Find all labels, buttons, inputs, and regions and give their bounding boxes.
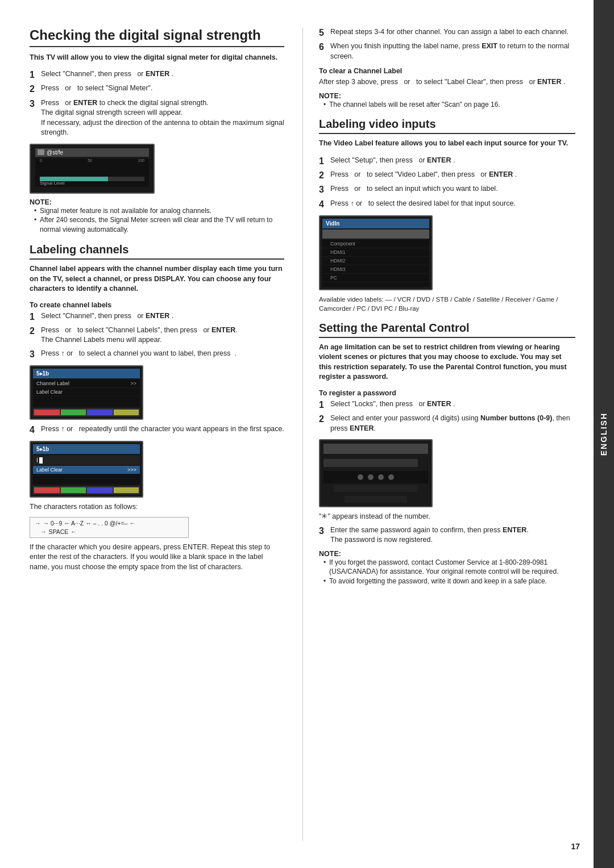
left-column: Checking the digital signal strength Thi…	[30, 27, 302, 841]
note-item: After 240 seconds, the Signal Meter scre…	[34, 215, 284, 235]
step-number: 1	[319, 399, 327, 410]
tv-video-row: HDMI2	[322, 257, 429, 265]
section1-steps: 1 Select "Channel", then press or ENTER …	[30, 69, 284, 137]
tv-label-input: I	[33, 456, 140, 465]
char-line-1: → → 0···9 ↔ A···Z ↔ – . . 0 @/+=– ←	[35, 520, 184, 527]
step-item: 3 Press or ENTER to check the digital si…	[30, 98, 284, 138]
step-text: When you finish inputting the label name…	[330, 41, 575, 61]
tv-btn-blue	[87, 487, 113, 493]
password-screen	[319, 439, 433, 507]
step-number: 3	[30, 349, 38, 360]
tv-video-row: HDMI1	[322, 248, 429, 256]
step-number: 3	[319, 184, 327, 195]
page-number: 17	[571, 842, 580, 851]
tv-title-bar: @st/fe	[35, 148, 149, 157]
note-list-password: If you forget the password, contact Cust…	[319, 558, 575, 586]
arrow-left-space: ←	[70, 528, 77, 535]
step-number: 2	[319, 170, 327, 181]
step-item: 4 Press ↑ or to select the desired label…	[319, 199, 575, 210]
note-item: The channel labels will be reset after "…	[323, 100, 575, 110]
create-labels-steps: 1 Select "Channel", then press or ENTER …	[30, 311, 284, 360]
note-list-clear: The channel labels will be reset after "…	[319, 100, 575, 110]
step-text: Repeat steps 3-4 for other channel. You …	[330, 27, 569, 37]
section4-title: Setting the Parental Control	[319, 321, 575, 338]
tv-menu-header: 5▸1b	[33, 369, 140, 378]
tv-menu-row: Channel Label >>	[33, 379, 140, 387]
step-number: 4	[319, 199, 327, 210]
tv-spacer	[33, 397, 140, 407]
pass-dot	[378, 474, 384, 480]
step-number: 2	[30, 326, 38, 336]
label-input-screen: 5▸1b I Label Clear >>>	[30, 441, 143, 498]
section3-intro: The Video Label feature allows you to la…	[319, 139, 575, 149]
char-rotation-desc-pre: The characters rotation as follows:	[30, 502, 284, 512]
tv-signal-area: 050100 Signal Level	[35, 158, 149, 187]
label-arrow: >>>	[127, 467, 136, 473]
section3-title: Labeling video inputs	[319, 117, 575, 134]
tv-label-header: 5▸1b	[33, 444, 140, 454]
step-item: 5 Repeat steps 3-4 for other channel. Yo…	[319, 27, 575, 38]
step-item: 2 Press or to select "Signal Meter".	[30, 84, 284, 94]
step-text: Select "Channel", then press or ENTER .	[41, 311, 173, 322]
step-number: 2	[319, 414, 327, 424]
note-list: Signal meter feature is not available fo…	[30, 206, 284, 235]
char-sequence: → 0···9 ↔ A···Z ↔ – . . 0 @/+=– ←	[43, 520, 135, 527]
tv-video-row: PC	[322, 274, 429, 282]
note-title-clear: NOTE:	[319, 92, 575, 100]
tv-btn-green	[61, 410, 86, 415]
tv-bottom-bar	[33, 408, 140, 416]
after-char-text: If the character which you desire appear…	[30, 542, 284, 573]
tv-ruler: 050100	[35, 158, 149, 162]
note-item: If you forget the password, contact Cust…	[323, 558, 575, 577]
step-text: Select "Channel", then press or ENTER .	[41, 69, 173, 80]
section4-intro: An age limitation can be set to restrict…	[319, 343, 575, 382]
subsection-register-password: To register a password	[319, 389, 575, 397]
tv-btn-red	[34, 487, 60, 493]
step-number: 5	[319, 27, 327, 38]
step-number: 3	[319, 525, 327, 536]
tv-bottom-bar-2	[33, 486, 140, 494]
step-text: Press or to select "Signal Meter".	[41, 84, 152, 94]
step-number: 4	[30, 424, 38, 435]
arrow-right-space: →	[40, 528, 47, 535]
tv-btn-green	[61, 487, 86, 493]
step-text: Press or to select "Channel Labels", the…	[41, 326, 238, 345]
note-title: NOTE:	[30, 198, 284, 206]
tv-label-row-selected: Label Clear >>>	[33, 466, 140, 474]
step-number: 6	[319, 41, 327, 52]
step-number: 3	[30, 98, 38, 109]
space-line: → SPACE ←	[35, 528, 184, 535]
tv-video-row: Component	[322, 240, 429, 248]
section2-intro: Channel label appears with the channel n…	[30, 264, 284, 294]
note-item: Signal meter feature is not available fo…	[34, 206, 284, 216]
step-item: 2 Press or to select "Channel Labels", t…	[30, 326, 284, 345]
asterisk-note: "✳" appears instead of the number.	[319, 512, 575, 522]
right-column: 5 Repeat steps 3-4 for other channel. Yo…	[302, 27, 575, 841]
tv-pass-row-1	[323, 444, 428, 454]
step-text: Select and enter your password (4 digits…	[330, 414, 575, 433]
tv-title-text: @st/fe	[47, 149, 63, 156]
space-label: SPACE	[49, 528, 69, 535]
clear-label-text: After step 3 above, press or to select "…	[319, 77, 575, 87]
step-text: Select "Setup", then press or ENTER .	[330, 156, 455, 166]
menu-row-label: Channel Label	[36, 381, 69, 386]
step-text: Press ↑ or repeatedly until the characte…	[41, 424, 284, 435]
step-text: Enter the same password again to confirm…	[330, 525, 529, 545]
pass-dot	[388, 474, 394, 480]
note-block-signal: NOTE: Signal meter feature is not availa…	[30, 198, 284, 235]
tv-video-row: HDMI3	[322, 265, 429, 273]
available-labels: Available video labels: — / VCR / DVD / …	[319, 295, 575, 313]
tv-highlight-bar	[322, 229, 429, 239]
step-text: Press or to select an input which you wa…	[330, 184, 498, 194]
page-container: Checking the digital signal strength Thi…	[0, 0, 614, 868]
tv-btn-yellow	[114, 487, 139, 493]
step-text: Press ↑ or to select the desired label f…	[330, 199, 516, 209]
section2-title: Labeling channels	[30, 243, 284, 260]
label-clear: Label Clear	[36, 467, 63, 473]
create-labels-steps-cont: 4 Press ↑ or repeatedly until the charac…	[30, 424, 284, 435]
tv-pass-row-wide	[334, 485, 417, 492]
step-text: Press or to select "Video Label", then p…	[330, 170, 517, 180]
char-rotation-box: → → 0···9 ↔ A···Z ↔ – . . 0 @/+=– ← → SP…	[30, 517, 189, 538]
cursor-indicator: I	[36, 457, 38, 464]
tv-btn-red	[34, 410, 60, 415]
